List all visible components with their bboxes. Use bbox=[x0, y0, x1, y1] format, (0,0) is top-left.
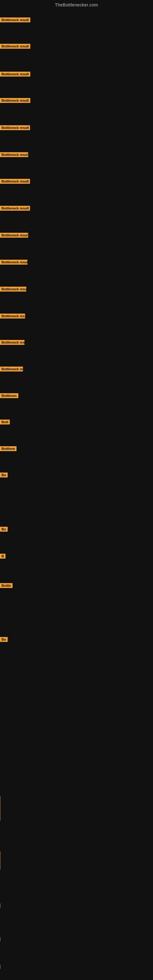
result-line bbox=[0, 796, 0, 821]
bottleneck-badge: Bottleneck resul bbox=[0, 260, 27, 265]
bottleneck-badge: Bottleneck res bbox=[0, 313, 25, 318]
result-line bbox=[0, 851, 0, 870]
bottleneck-badge: Bottleneck result bbox=[0, 206, 30, 211]
bottleneck-badge: Bottleneck res bbox=[0, 340, 24, 345]
result-line bbox=[0, 904, 0, 908]
bottleneck-badge: Bottleneck resu bbox=[0, 286, 26, 291]
bottleneck-badge: Bo bbox=[0, 473, 8, 477]
bottleneck-badge: Bottleneck result bbox=[0, 44, 30, 49]
bottleneck-badge: Bottleneck resul bbox=[0, 233, 28, 238]
bottleneck-badge: Bottleneck result bbox=[0, 125, 30, 130]
bottleneck-badge: Bo bbox=[0, 527, 8, 531]
bottleneck-badge: Bottleneck result bbox=[0, 179, 30, 184]
bottleneck-badge: B bbox=[0, 554, 5, 558]
result-line bbox=[0, 937, 0, 942]
site-title: TheBottlenecker.com bbox=[0, 0, 153, 9]
bottleneck-badge: Bott bbox=[0, 420, 10, 425]
bottleneck-badge: Bottlenec bbox=[0, 393, 18, 398]
bottleneck-badge: Bottle bbox=[0, 583, 13, 588]
result-line bbox=[0, 965, 0, 969]
bottleneck-badge: Bottleneck resul bbox=[0, 152, 28, 157]
bottleneck-badge: Bottleneck result bbox=[0, 18, 30, 22]
bottleneck-badge: Bo bbox=[0, 637, 8, 642]
bottleneck-badge: Bottlene bbox=[0, 446, 16, 451]
bottleneck-badge: Bottleneck result bbox=[0, 98, 30, 103]
bottleneck-badge: Bottleneck re bbox=[0, 367, 23, 371]
bottleneck-badge: Bottleneck result bbox=[0, 72, 30, 76]
